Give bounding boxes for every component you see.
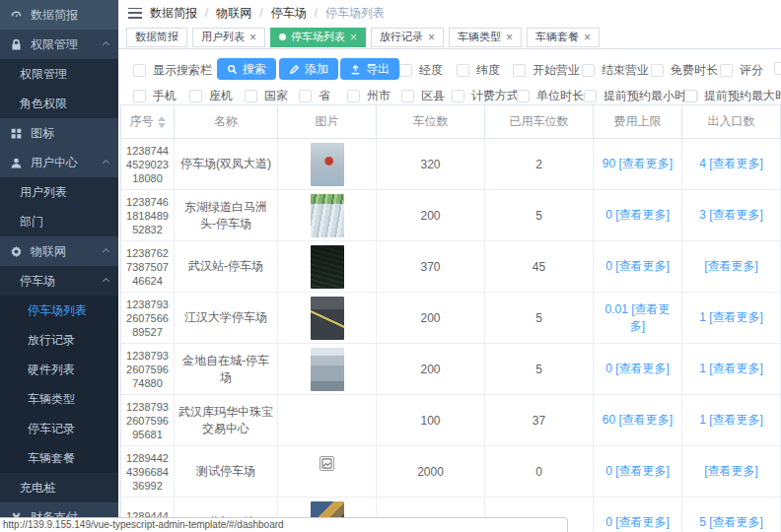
cell-spots: 200 bbox=[377, 293, 485, 344]
checkbox-mobile[interactable]: 手机 bbox=[133, 88, 177, 104]
cell-used: 2 bbox=[485, 139, 594, 190]
gates-more-link[interactable]: 1 [查看更多] bbox=[699, 309, 763, 326]
sidebar-item-user-list[interactable]: 用户列表 bbox=[0, 177, 118, 207]
checkbox-latitude[interactable]: 纬度 bbox=[457, 62, 500, 79]
add-button[interactable]: 添加 bbox=[279, 58, 338, 80]
tab-release-records[interactable]: 放行记录× bbox=[371, 28, 444, 47]
fee-more-link[interactable]: 90 [查看更多] bbox=[603, 156, 673, 172]
col-spots: 车位数 bbox=[377, 105, 485, 139]
tab-vehicle-type[interactable]: 车辆类型× bbox=[449, 28, 522, 47]
gates-more-link[interactable]: 1 [查看更多] bbox=[699, 412, 763, 429]
checkbox-province[interactable]: 省 bbox=[299, 88, 330, 104]
checkbox-min-advance-time[interactable]: 提前预约最小时间 bbox=[584, 88, 698, 104]
fee-more-link[interactable]: 0 [查看更多] bbox=[605, 361, 670, 377]
sidebar-item-label: 权限管理 bbox=[31, 36, 78, 53]
checkbox-district[interactable]: 区县 bbox=[401, 88, 445, 104]
sidebar-item-parking[interactable]: 停车场 bbox=[0, 266, 118, 296]
checkbox-show-search[interactable]: 显示搜索栏 bbox=[133, 62, 212, 79]
cell-name: 东湖绿道白马洲头-停车场 bbox=[175, 190, 278, 241]
checkbox-rating[interactable]: 评分 bbox=[720, 62, 763, 79]
checkbox-open-time[interactable]: 开始营业 bbox=[513, 62, 580, 79]
cell-id: 1238746181848952832 bbox=[121, 190, 175, 241]
cell-used: 5 bbox=[485, 344, 594, 395]
cell-spots: 200 bbox=[377, 190, 485, 241]
checkbox-free-duration[interactable]: 免费时长 bbox=[651, 62, 718, 79]
fee-more-link[interactable]: 0 [查看更多] bbox=[605, 207, 670, 224]
checkbox-longitude[interactable]: 经度 bbox=[399, 62, 443, 79]
parking-photo[interactable] bbox=[311, 143, 344, 186]
sidebar-item-icons[interactable]: 图标 bbox=[0, 118, 118, 148]
breadcrumb-item[interactable]: 数据简报 bbox=[150, 5, 197, 22]
sidebar-item-parking-list[interactable]: 停车场列表 bbox=[0, 296, 118, 325]
col-index[interactable]: 序号 bbox=[121, 105, 175, 139]
fee-more-link[interactable]: 0.01 [查看更多] bbox=[598, 301, 677, 335]
sidebar-item-release-records[interactable]: 放行记录 bbox=[0, 325, 118, 355]
col-name: 名称 bbox=[175, 105, 278, 139]
parking-photo[interactable] bbox=[311, 348, 344, 391]
checkbox-city[interactable]: 州市 bbox=[347, 88, 390, 104]
cell-id: 1238793260759695681 bbox=[121, 395, 175, 446]
tab-vehicle-package[interactable]: 车辆套餐× bbox=[527, 28, 600, 47]
gates-more-link[interactable]: 1 [查看更多] bbox=[699, 361, 763, 377]
close-icon[interactable]: × bbox=[350, 32, 357, 43]
gates-more-link[interactable]: 3 [查看更多] bbox=[699, 207, 763, 224]
sort-icon[interactable] bbox=[158, 116, 166, 128]
sidebar: 数据简报 权限管理 权限管理 角色权限 图标 用户中心 用户列表 部门 物联网 … bbox=[0, 0, 118, 532]
cell-name: 武汉站-停车场 bbox=[175, 241, 278, 293]
export-button[interactable]: 导出 bbox=[340, 58, 399, 80]
cell-spots: 2000 bbox=[377, 446, 485, 498]
cell-name: 江汉大学停车场 bbox=[175, 293, 278, 344]
table-row: 1238793260759674880 金地自在城-停车场 200 5 0 [查… bbox=[121, 344, 781, 395]
cell-spots: 200 bbox=[377, 344, 485, 395]
checkbox-close-time[interactable]: 结束营业 bbox=[582, 62, 649, 79]
checkbox-icon bbox=[133, 64, 146, 77]
fee-more-link[interactable]: 0 [查看更多] bbox=[605, 514, 670, 531]
search-button[interactable]: 搜索 bbox=[217, 58, 276, 80]
tab-user-list[interactable]: 用户列表× bbox=[192, 28, 265, 47]
checkbox-country[interactable]: 国家 bbox=[245, 88, 288, 104]
close-icon[interactable]: × bbox=[428, 32, 435, 43]
cell-name: 停车场(双凤大道) bbox=[175, 139, 278, 190]
parking-table: 序号 名称 图片 车位数 已用车位数 费用上限 出入口数 12387444529… bbox=[120, 104, 781, 532]
table-row: 1238746181848952832 东湖绿道白马洲头-停车场 200 5 0… bbox=[121, 190, 781, 241]
checkbox-cutoff[interactable] bbox=[774, 62, 781, 75]
checkbox-max-advance-time[interactable]: 提前预约最大时间 bbox=[684, 88, 781, 104]
gates-more-link[interactable]: 4 [查看更多] bbox=[699, 156, 763, 172]
sidebar-item-dashboard[interactable]: 数据简报 bbox=[0, 0, 118, 30]
fee-more-link[interactable]: 0 [查看更多] bbox=[605, 258, 670, 275]
breadcrumb-item[interactable]: 停车场 bbox=[271, 5, 307, 22]
filter-area: 显示搜索栏 搜索 添加 导出 经度 纬度 开始营业 结束营业 免费时长 评分 手… bbox=[118, 49, 781, 104]
fee-more-link[interactable]: 60 [查看更多] bbox=[603, 412, 673, 429]
cell-used: 5 bbox=[485, 190, 594, 241]
sidebar-item-parking-records[interactable]: 停车记录 bbox=[0, 414, 118, 443]
checkbox-unit-duration[interactable]: 单位时长 bbox=[517, 88, 584, 104]
close-icon[interactable]: × bbox=[584, 32, 591, 43]
sidebar-item-user-center[interactable]: 用户中心 bbox=[0, 148, 118, 177]
sidebar-item-vehicle-type[interactable]: 车辆类型 bbox=[0, 384, 118, 414]
breadcrumb-item[interactable]: 物联网 bbox=[216, 5, 251, 22]
sidebar-item-iot[interactable]: 物联网 bbox=[0, 236, 118, 266]
checkbox-landline[interactable]: 座机 bbox=[189, 88, 233, 104]
export-icon bbox=[350, 64, 361, 75]
sidebar-item-hardware-list[interactable]: 硬件列表 bbox=[0, 355, 118, 384]
gates-more-link[interactable]: [查看更多] bbox=[704, 463, 758, 480]
parking-photo[interactable] bbox=[311, 194, 344, 237]
hamburger-icon[interactable] bbox=[128, 8, 142, 19]
close-icon[interactable]: × bbox=[249, 32, 256, 43]
table-row: 1238793260759695681 武汉库玛华中珠宝交易中心 100 37 … bbox=[121, 395, 781, 446]
sidebar-item-charging-pile[interactable]: 充电桩 bbox=[0, 473, 118, 502]
sidebar-item-department[interactable]: 部门 bbox=[0, 207, 118, 236]
gates-more-link[interactable]: 5 [查看更多] bbox=[699, 514, 763, 531]
sidebar-item-role-permission[interactable]: 角色权限 bbox=[0, 89, 118, 118]
checkbox-billing-method[interactable]: 计费方式 bbox=[452, 88, 519, 104]
close-icon[interactable]: × bbox=[506, 32, 513, 43]
parking-photo[interactable] bbox=[311, 297, 344, 340]
fee-more-link[interactable]: 0 [查看更多] bbox=[605, 463, 670, 480]
tab-parking-list[interactable]: 停车场列表× bbox=[270, 28, 366, 47]
sidebar-item-permission-mgmt[interactable]: 权限管理 bbox=[0, 59, 118, 89]
sidebar-item-permissions[interactable]: 权限管理 bbox=[0, 30, 118, 59]
tab-dashboard[interactable]: 数据简报 bbox=[126, 28, 187, 47]
sidebar-item-vehicle-package[interactable]: 车辆套餐 bbox=[0, 443, 118, 473]
gates-more-link[interactable]: [查看更多] bbox=[704, 258, 758, 275]
parking-photo[interactable] bbox=[311, 245, 344, 289]
